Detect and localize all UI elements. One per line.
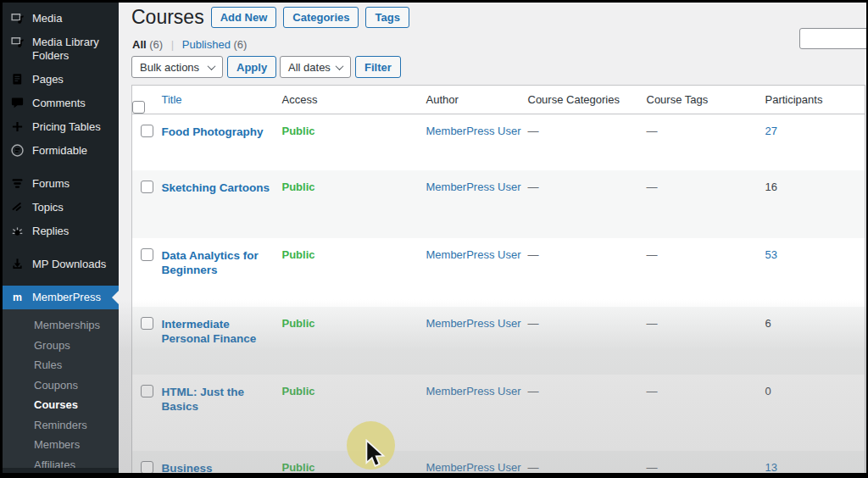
sidebar-item[interactable]: Media Library Folders <box>3 31 119 68</box>
bulk-actions-select[interactable]: Bulk actions <box>131 56 223 78</box>
main-content: Courses Add New Categories Tags All (6) … <box>119 3 866 473</box>
categories-value: — <box>528 181 539 193</box>
access-badge: Public <box>282 181 315 193</box>
comments-icon <box>10 96 25 110</box>
sidebar-item[interactable]: Replies <box>3 220 119 243</box>
categories-value: — <box>528 317 539 330</box>
sidebar-subitem[interactable]: Groups <box>3 336 119 356</box>
all-filter-link[interactable]: All <box>132 38 147 51</box>
sidebar-item-label: Comments <box>32 97 86 110</box>
page-header: Courses Add New Categories Tags <box>131 5 409 30</box>
admin-sidebar: Media Media Library Folders Pages Commen… <box>3 3 119 473</box>
published-count: (6) <box>234 38 248 51</box>
bulk-actions-label: Bulk actions <box>140 61 199 74</box>
participants-count[interactable]: 13 <box>765 461 777 474</box>
author-link[interactable]: MemberPress User <box>426 317 521 330</box>
author-link[interactable]: MemberPress User <box>426 248 521 261</box>
categories-value: — <box>528 461 539 474</box>
filter-button[interactable]: Filter <box>355 56 401 78</box>
sidebar-subitem[interactable]: Memberships <box>3 315 119 336</box>
categories-button[interactable]: Categories <box>283 7 359 28</box>
sidebar-item[interactable]: Media <box>3 7 119 31</box>
apply-button[interactable]: Apply <box>227 56 276 78</box>
plus-icon <box>10 119 25 134</box>
tags-value: — <box>647 125 658 137</box>
participants-count[interactable]: 53 <box>765 248 777 261</box>
table-row: Data Analytics for Beginners Public Memb… <box>132 238 865 307</box>
tags-button[interactable]: Tags <box>365 7 409 28</box>
course-title-link[interactable]: Data Analytics for Beginners <box>162 248 275 277</box>
sidebar-item[interactable]: Topics <box>3 196 119 220</box>
table-header-row: Title Access Author Course Categories Co… <box>132 86 865 114</box>
author-link[interactable]: MemberPress User <box>426 125 521 137</box>
sidebar-subitem[interactable]: Rules <box>3 355 119 375</box>
media-icon <box>10 11 25 25</box>
memberpress-submenu: Memberships Groups Rules Coupons Courses… <box>3 309 119 473</box>
author-link[interactable]: MemberPress User <box>426 181 521 193</box>
tags-value: — <box>647 181 658 193</box>
categories-value: — <box>528 125 539 137</box>
author-link[interactable]: MemberPress User <box>426 461 521 474</box>
participants-count: 16 <box>765 181 777 193</box>
sidebar-subitem[interactable]: Courses <box>3 395 119 415</box>
table-row: Sketching Cartoons Public MemberPress Us… <box>132 170 865 238</box>
sidebar-item[interactable]: Formidable <box>3 139 119 163</box>
formidable-icon <box>10 143 25 158</box>
row-checkbox[interactable] <box>141 125 153 137</box>
course-title-link[interactable]: HTML: Just the Basics <box>162 385 275 414</box>
table-row: Business Fundamentals: Customer Public M… <box>132 451 865 474</box>
page-title: Courses <box>131 5 204 30</box>
sidebar-item-label: Formidable <box>32 144 87 158</box>
sidebar-item-label: Pages <box>32 73 64 86</box>
access-badge: Public <box>282 317 315 330</box>
course-title-link[interactable]: Sketching Cartoons <box>162 181 270 195</box>
sidebar-subitem[interactable]: Members <box>3 435 119 455</box>
course-title-link[interactable]: Intermediate Personal Finance <box>162 317 275 346</box>
column-header-categories: Course Categories <box>528 86 647 114</box>
row-checkbox[interactable] <box>141 248 153 261</box>
sidebar-subitem[interactable]: Reminders <box>3 415 119 436</box>
table-row: Intermediate Personal Finance Public Mem… <box>132 307 865 375</box>
table-row: Food Photography Public MemberPress User… <box>132 114 865 170</box>
categories-value: — <box>528 248 539 261</box>
author-link[interactable]: MemberPress User <box>426 385 521 397</box>
row-checkbox[interactable] <box>141 181 153 193</box>
sidebar-item[interactable]: MemberPress <box>3 286 119 309</box>
view-divider: | <box>171 38 174 51</box>
row-checkbox[interactable] <box>141 385 153 397</box>
sidebar-item-label: MP Downloads <box>32 258 106 271</box>
search-input[interactable] <box>799 28 866 49</box>
row-checkbox[interactable] <box>141 461 153 474</box>
select-all-checkbox[interactable] <box>132 101 145 114</box>
sidebar-item[interactable]: Pricing Tables <box>3 115 119 139</box>
tags-value: — <box>647 248 658 261</box>
tags-value: — <box>647 317 658 330</box>
access-badge: Public <box>282 248 315 261</box>
sidebar-item-label: Forums <box>32 177 70 191</box>
forums-icon <box>10 176 25 191</box>
sidebar-item[interactable]: MP Downloads <box>3 253 119 276</box>
column-header-tags: Course Tags <box>647 86 765 114</box>
sidebar-item-label: Replies <box>32 225 69 238</box>
column-header-participants: Participants <box>765 86 865 114</box>
published-filter-link[interactable]: Published <box>182 38 231 51</box>
sidebar-item[interactable]: Pages <box>3 68 119 92</box>
view-filters: All (6) | Published (6) <box>132 38 247 51</box>
sidebar-item-label: Media <box>32 12 62 25</box>
row-checkbox[interactable] <box>141 317 153 330</box>
chevron-down-icon <box>336 62 344 70</box>
course-title-link[interactable]: Food Photography <box>162 125 264 139</box>
app-frame: Courses Add New Categories Tags All (6) … <box>3 3 866 473</box>
column-header-title[interactable]: Title <box>162 93 182 106</box>
sidebar-item[interactable]: Comments <box>3 92 119 115</box>
course-title-link[interactable]: Business Fundamentals: Customer <box>162 461 275 474</box>
media-icon <box>10 35 25 49</box>
participants-count[interactable]: 27 <box>765 125 777 137</box>
add-new-button[interactable]: Add New <box>211 7 277 28</box>
sidebar-item-label: Pricing Tables <box>32 120 101 134</box>
participants-count: 0 <box>765 385 771 397</box>
sidebar-subitem[interactable]: Coupons <box>3 375 119 396</box>
all-dates-select[interactable]: All dates <box>280 56 351 78</box>
memberpress-icon <box>10 290 25 304</box>
sidebar-item[interactable]: Forums <box>3 172 119 196</box>
